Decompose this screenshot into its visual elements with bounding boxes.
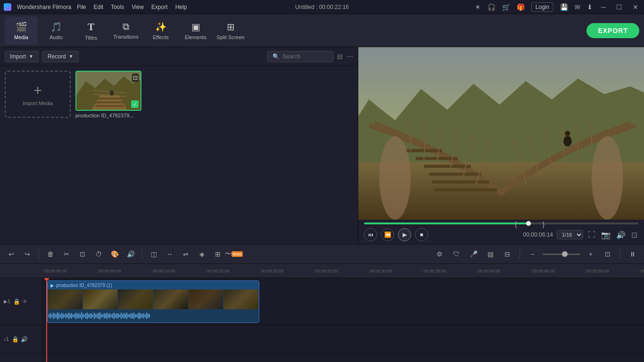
menu-tools[interactable]: Tools bbox=[111, 4, 124, 10]
speed-button[interactable]: ⏱ bbox=[92, 247, 105, 261]
audio-label: Audio bbox=[50, 34, 63, 40]
headphone-icon[interactable]: 🎧 bbox=[487, 3, 495, 11]
waveform-bar bbox=[85, 313, 86, 319]
zoom-in-icon[interactable]: + bbox=[584, 247, 597, 261]
toolbar-audio[interactable]: 🎵 Audio bbox=[40, 16, 73, 45]
toolbar-splitscreen[interactable]: ⊞ Split Screen bbox=[214, 16, 247, 45]
zoom-fit-icon[interactable]: ⊡ bbox=[601, 247, 614, 261]
maximize-button[interactable]: ☐ bbox=[614, 3, 624, 11]
import-dropdown[interactable]: Import ▼ bbox=[5, 51, 39, 62]
close-button[interactable]: ✕ bbox=[631, 3, 640, 11]
redo-button[interactable]: ↪ bbox=[21, 247, 34, 261]
title-display: Untitled : 00:00:22:16 bbox=[295, 4, 349, 10]
split-button[interactable]: ◫ bbox=[147, 247, 160, 261]
filter-icon[interactable]: ⊟ bbox=[337, 53, 343, 60]
audio-lock-icon[interactable]: 🔒 bbox=[12, 336, 19, 343]
search-box: 🔍 bbox=[267, 51, 333, 62]
quality-select[interactable]: 1/16 bbox=[557, 230, 583, 239]
progress-bar[interactable]: { } bbox=[364, 222, 638, 224]
zoom-out-icon[interactable]: − bbox=[526, 247, 539, 261]
frame-back-button[interactable]: ⏪ bbox=[381, 228, 394, 241]
clip-frame-6 bbox=[223, 289, 259, 309]
shopping-icon[interactable]: 🛒 bbox=[502, 3, 510, 11]
pause-record-icon[interactable]: ⏸ bbox=[626, 247, 639, 261]
export-button[interactable]: EXPORT bbox=[586, 23, 639, 38]
toolbar-effects[interactable]: ✨ Effects bbox=[144, 16, 177, 45]
toolbar-transitions[interactable]: ⧉ Transitions bbox=[109, 16, 142, 45]
menu-file[interactable]: File bbox=[77, 4, 86, 10]
clip-frame-1 bbox=[48, 289, 83, 309]
timeline-ruler: 00:00:00:0000:00:05:0000:00:10:0000:00:1… bbox=[0, 264, 644, 278]
volume-icon[interactable]: 🔊 bbox=[615, 230, 627, 240]
beta-button[interactable]: 〜Beta bbox=[227, 247, 240, 261]
screenshot-icon[interactable]: 📷 bbox=[600, 230, 611, 240]
video-eye-icon[interactable]: 👁 bbox=[22, 298, 28, 305]
menu-view[interactable]: View bbox=[132, 4, 144, 10]
color-button[interactable]: 🎨 bbox=[108, 247, 121, 261]
waveform-bar bbox=[60, 314, 61, 318]
waveform-bar bbox=[90, 313, 91, 318]
waveform-bar bbox=[54, 313, 55, 318]
stabilize-button[interactable]: ⊞ bbox=[211, 247, 224, 261]
main-area: Import ▼ Record ▼ 🔍 ⊟ ⋯ + Import Media bbox=[0, 47, 644, 244]
stop-button[interactable]: ■ bbox=[415, 228, 428, 241]
waveform-bar bbox=[88, 314, 89, 318]
toolbar-titles[interactable]: T Titles bbox=[74, 16, 107, 45]
import-media-placeholder[interactable]: + Import Media bbox=[5, 71, 71, 118]
protect-icon[interactable]: 🛡 bbox=[450, 247, 463, 261]
search-input[interactable] bbox=[282, 53, 328, 60]
waveform-bar bbox=[136, 314, 137, 317]
sun-icon[interactable]: ☀ bbox=[475, 3, 481, 11]
time-tick: 00:00:30:00 bbox=[368, 269, 422, 273]
media-grid: + Import Media bbox=[0, 66, 358, 244]
toolbar-elements[interactable]: ▣ Elements bbox=[179, 16, 212, 45]
grid-view-icon[interactable]: ⋯ bbox=[347, 53, 353, 60]
menu-edit[interactable]: Edit bbox=[94, 4, 104, 10]
playhead[interactable] bbox=[46, 278, 47, 362]
flip-button[interactable]: ⇌ bbox=[179, 247, 192, 261]
transform-button[interactable]: ↔ bbox=[163, 247, 176, 261]
mail-icon[interactable]: ✉ bbox=[575, 3, 580, 11]
titlebar-right: ☀ 🎧 🛒 🎁 Login 💾 ✉ ⬇ ─ ☐ ✕ bbox=[475, 2, 640, 12]
audio-volume-icon[interactable]: 🔊 bbox=[21, 336, 28, 343]
timeline-settings-icon[interactable]: ⚙ bbox=[433, 247, 446, 261]
waveform-bar bbox=[50, 313, 51, 319]
undo-button[interactable]: ↩ bbox=[5, 247, 18, 261]
time-tick: 00:00:00:00 bbox=[42, 269, 97, 273]
voiceover-icon[interactable]: 🎤 bbox=[467, 247, 480, 261]
waveform-bar bbox=[74, 314, 75, 318]
audio-adjust-button[interactable]: 🔊 bbox=[124, 247, 137, 261]
filter-button[interactable]: ◈ bbox=[195, 247, 208, 261]
waveform-bar bbox=[53, 313, 54, 319]
minimize-button[interactable]: ─ bbox=[599, 3, 608, 11]
clip-type-icon: ⊡ bbox=[132, 74, 139, 82]
menu-help[interactable]: Help bbox=[175, 4, 187, 10]
save-icon[interactable]: 💾 bbox=[560, 3, 568, 11]
time-tick: 00:00:35:00 bbox=[422, 269, 476, 273]
login-button[interactable]: Login bbox=[531, 2, 553, 12]
gift-icon[interactable]: 🎁 bbox=[517, 3, 525, 11]
step-back-button[interactable]: ⏮ bbox=[364, 228, 377, 241]
delete-button[interactable]: 🗑 bbox=[44, 247, 57, 261]
record-dropdown[interactable]: Record ▼ bbox=[42, 51, 79, 62]
download-icon[interactable]: ⬇ bbox=[587, 3, 593, 11]
crop-button[interactable]: ⊡ bbox=[76, 247, 89, 261]
zoom-slider[interactable] bbox=[543, 254, 580, 255]
media-item[interactable]: ⊡ ✓ production ID_4782379... bbox=[75, 71, 141, 118]
splitscreen-icon: ⊞ bbox=[227, 21, 235, 33]
menu-export[interactable]: Export bbox=[151, 4, 168, 10]
fullscreen-icon[interactable]: ⛶ bbox=[587, 230, 596, 240]
waveform-bar bbox=[98, 313, 99, 319]
play-button[interactable]: ▶ bbox=[398, 228, 411, 241]
layout-icon[interactable]: ▤ bbox=[484, 247, 497, 261]
cut-button[interactable]: ✂ bbox=[60, 247, 73, 261]
waveform-bar bbox=[64, 314, 65, 317]
waveform-bar bbox=[112, 313, 113, 318]
fit-screen-icon[interactable]: ⊡ bbox=[630, 230, 638, 240]
progress-thumb bbox=[526, 221, 531, 226]
video-lock-icon[interactable]: 🔒 bbox=[13, 298, 20, 305]
track-content: ▶ production ID_4782379 (1) bbox=[42, 278, 644, 362]
toolbar-media[interactable]: 🎬 Media bbox=[5, 16, 38, 45]
subtitle-icon[interactable]: ⊟ bbox=[501, 247, 514, 261]
video-clip[interactable]: ▶ production ID_4782379 (1) bbox=[47, 280, 259, 323]
